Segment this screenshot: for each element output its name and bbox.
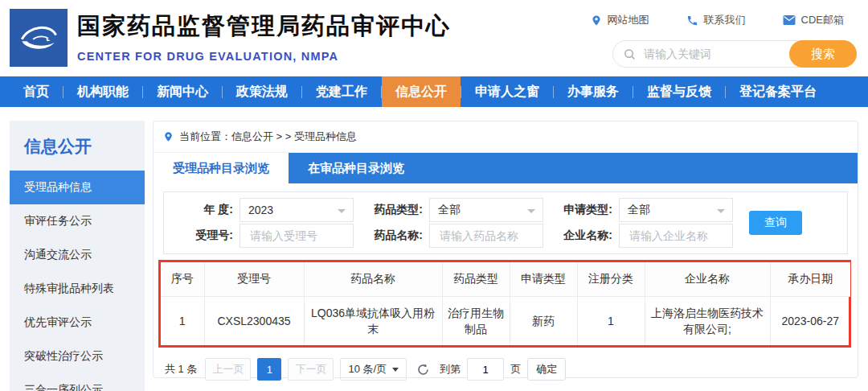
company-name-input[interactable]: [628, 228, 724, 243]
drug-type-select-value: 全部: [438, 203, 461, 217]
acceptance-no-input[interactable]: [248, 228, 345, 243]
refresh-icon[interactable]: [416, 363, 430, 377]
cell-apply-type: 新药: [510, 297, 577, 346]
sidebar-item-breakthrough-therapy[interactable]: 突破性治疗公示: [10, 340, 145, 373]
nav-item-services[interactable]: 办事服务: [554, 76, 633, 107]
query-button[interactable]: 查询: [749, 211, 802, 235]
col-header-drug-name: 药品名称: [304, 262, 442, 297]
year-select[interactable]: 2023: [240, 198, 354, 222]
table-row: 1 CXSL2300435 LQ036单域抗体吸入用粉末 治疗用生物制品 新药 …: [161, 297, 850, 346]
contact-link-label: 联系我们: [704, 13, 746, 27]
results-table: 序号 受理号 药品名称 药品类型 申请类型 注册分类 企业名称 承办日期 1 C…: [161, 262, 850, 345]
cell-company: 上海洛启生物医药技术有限公司;: [645, 297, 770, 346]
sidebar-item-priority-review[interactable]: 优先审评公示: [10, 306, 145, 340]
swan-logo-icon: [14, 13, 63, 63]
filter-year-group: 年 度: 2023: [175, 198, 354, 222]
next-page-button[interactable]: 下一页: [288, 358, 334, 381]
apply-type-label: 申请类型:: [555, 203, 612, 217]
cde-logo: [10, 9, 68, 67]
mail-icon: [783, 14, 796, 26]
nav-item-info-disclosure[interactable]: 信息公开: [382, 76, 461, 107]
cell-seq: 1: [161, 297, 204, 346]
highlight-annotation: 序号 受理号 药品名称 药品类型 申请类型 注册分类 企业名称 承办日期 1 C…: [158, 260, 851, 348]
prev-page-button[interactable]: 上一页: [205, 358, 251, 381]
sidebar-item-communication[interactable]: 沟通交流公示: [10, 238, 145, 272]
tab-accepted-catalog[interactable]: 受理品种目录浏览: [154, 153, 289, 183]
table-header-row: 序号 受理号 药品名称 药品类型 申请类型 注册分类 企业名称 承办日期: [161, 262, 850, 297]
sidebar-item-accepted-varieties[interactable]: 受理品种信息: [10, 171, 145, 204]
acceptance-no-field: [240, 224, 354, 248]
page-size-select[interactable]: 10 条/页: [340, 358, 407, 381]
cell-date: 2023-06-27: [770, 297, 850, 346]
sitemap-link[interactable]: 网站地图: [591, 13, 649, 27]
nav-item-supervision[interactable]: 监督与反馈: [633, 76, 725, 107]
col-header-acceptance-no: 受理号: [204, 262, 304, 297]
col-header-drug-type: 药品类型: [442, 262, 510, 297]
cell-drug-type: 治疗用生物制品: [442, 297, 510, 346]
chevron-down-icon: [392, 368, 399, 372]
cell-reg-class: 1: [577, 297, 645, 346]
goto-page-input[interactable]: [467, 358, 504, 381]
col-header-company: 企业名称: [645, 262, 770, 297]
nav-item-party[interactable]: 党建工作: [302, 76, 381, 107]
nav-item-policy[interactable]: 政策法规: [223, 76, 301, 107]
col-header-seq: 序号: [161, 262, 204, 297]
drug-name-field: [429, 224, 543, 248]
year-label: 年 度:: [175, 203, 233, 217]
mailbox-link[interactable]: CDE邮箱: [783, 13, 844, 27]
acceptance-no-label: 受理号:: [175, 228, 233, 243]
apply-type-select-value: 全部: [628, 203, 650, 217]
filter-panel: 年 度: 2023 药品类型: 全部 申请类型: 全部: [163, 191, 848, 254]
drug-name-input[interactable]: [438, 228, 534, 243]
breadcrumb-text: 当前位置：信息公开 > > 受理品种信息: [179, 130, 357, 144]
goto-prefix-label: 到第: [440, 362, 461, 377]
page-size-value: 10 条/页: [348, 362, 387, 377]
phone-icon: [686, 14, 698, 27]
sidebar-item-review-tasks[interactable]: 审评任务公示: [10, 204, 145, 238]
filter-drug-type-group: 药品类型: 全部: [365, 198, 543, 222]
breadcrumb: 当前位置：信息公开 > > 受理品种信息: [154, 121, 858, 153]
filter-drug-name-group: 药品名称:: [365, 224, 543, 248]
main-content: 当前位置：信息公开 > > 受理品种信息 受理品种目录浏览 在审品种目录浏览 年…: [153, 121, 858, 378]
contact-link[interactable]: 联系我们: [686, 13, 746, 27]
apply-type-select[interactable]: 全部: [619, 198, 733, 222]
site-title-en: CENTER FOR DRUG EVALUATION, NMPA: [77, 50, 451, 63]
col-header-date: 承办日期: [770, 262, 850, 297]
chevron-down-icon: [527, 209, 535, 213]
company-name-field: [619, 224, 733, 248]
goto-suffix-label: 页: [510, 362, 521, 377]
cell-acceptance-no: CXSL2300435: [204, 297, 304, 346]
site-search: 搜索: [612, 40, 857, 68]
chevron-down-icon: [717, 209, 725, 213]
drug-name-label: 药品名称:: [365, 228, 423, 243]
nav-item-functions[interactable]: 机构职能: [63, 76, 142, 107]
filter-row-2: 受理号: 药品名称: 企业名称:: [164, 224, 847, 248]
filter-row-1: 年 度: 2023 药品类型: 全部 申请类型: 全部: [164, 198, 847, 222]
sidebar-item-three-in-one[interactable]: 三合一序列公示: [10, 373, 145, 391]
search-icon: [624, 48, 636, 60]
site-title-cn: 国家药品监督管理局药品审评中心: [77, 10, 451, 43]
col-header-apply-type: 申请类型: [510, 262, 577, 297]
cell-drug-name: LQ036单域抗体吸入用粉末: [304, 297, 442, 346]
main-nav: 首页 机构职能 新闻中心 政策法规 党建工作 信息公开 申请人之窗 办事服务 监…: [0, 76, 868, 107]
drug-type-label: 药品类型:: [365, 203, 423, 217]
search-button[interactable]: 搜索: [789, 40, 857, 68]
sidebar-title: 信息公开: [10, 121, 145, 171]
sidebar-item-special-approval[interactable]: 特殊审批品种列表: [10, 272, 145, 306]
drug-type-select[interactable]: 全部: [429, 198, 543, 222]
total-count: 共 1 条: [165, 362, 197, 377]
nav-item-registration-platform[interactable]: 登记备案平台: [726, 76, 830, 107]
confirm-button[interactable]: 确定: [527, 358, 566, 381]
sidebar: 信息公开 受理品种信息 审评任务公示 沟通交流公示 特殊审批品种列表 优先审评公…: [10, 121, 145, 391]
year-select-value: 2023: [248, 204, 273, 216]
nav-item-home[interactable]: 首页: [10, 76, 63, 107]
sitemap-link-label: 网站地图: [608, 13, 649, 27]
nav-item-applicant-window[interactable]: 申请人之窗: [461, 76, 553, 107]
tab-strip: 受理品种目录浏览 在审品种目录浏览: [154, 153, 858, 183]
nav-item-news[interactable]: 新闻中心: [143, 76, 222, 107]
company-name-label: 企业名称:: [555, 228, 612, 243]
pagination: 共 1 条 上一页 1 下一页 10 条/页 到第 页 确定: [165, 358, 858, 381]
col-header-reg-class: 注册分类: [577, 262, 645, 297]
page-number-button[interactable]: 1: [257, 358, 281, 381]
tab-under-review-catalog[interactable]: 在审品种目录浏览: [289, 153, 424, 183]
